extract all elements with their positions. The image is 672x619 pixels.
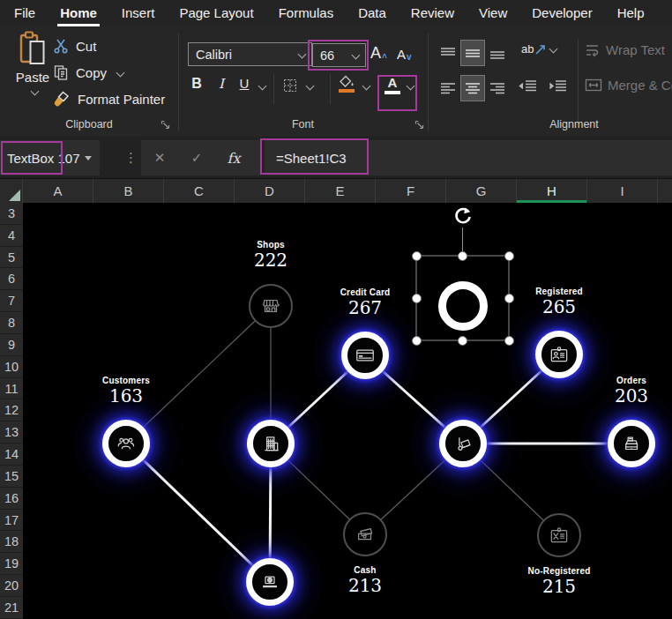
row-header-3[interactable]: 3 bbox=[0, 203, 23, 225]
decrease-indent-button[interactable] bbox=[518, 79, 537, 95]
paste-dropdown-icon[interactable] bbox=[30, 87, 39, 96]
row-header-12[interactable]: 12 bbox=[0, 399, 23, 421]
name-box[interactable]: TextBox 107 bbox=[0, 140, 100, 175]
paste-button[interactable]: Paste bbox=[7, 30, 58, 131]
column-header-H[interactable]: H bbox=[517, 179, 587, 203]
cut-button[interactable]: Cut bbox=[53, 34, 96, 57]
align-middle-button[interactable] bbox=[461, 41, 484, 65]
underline-dropdown-icon[interactable] bbox=[258, 82, 267, 91]
selection-handle-top-right[interactable] bbox=[504, 251, 514, 261]
row-header-13[interactable]: 13 bbox=[0, 421, 23, 444]
align-top-button[interactable] bbox=[437, 41, 459, 65]
column-header-I[interactable]: I bbox=[587, 179, 658, 203]
column-header-A[interactable]: A bbox=[23, 179, 93, 203]
clipboard-dialog-launcher[interactable] bbox=[161, 120, 171, 131]
fill-color-dropdown-icon[interactable] bbox=[362, 82, 371, 91]
formula-input[interactable]: =Sheet1!C3 bbox=[265, 140, 672, 175]
merge-center-button[interactable]: Merge & Center bbox=[585, 78, 672, 93]
insert-function-button[interactable]: fx bbox=[215, 150, 252, 167]
align-center-button[interactable] bbox=[461, 76, 484, 101]
row-header-5[interactable]: 5 bbox=[0, 247, 23, 269]
orientation-button[interactable]: ab bbox=[521, 42, 556, 56]
tab-help[interactable]: Help bbox=[605, 0, 657, 26]
row-header-7[interactable]: 7 bbox=[0, 290, 23, 312]
underline-button[interactable]: U bbox=[233, 76, 256, 91]
row-header-18[interactable]: 18 bbox=[0, 531, 23, 553]
selection-handle-top-left[interactable] bbox=[412, 251, 422, 261]
align-left-button[interactable] bbox=[437, 76, 459, 101]
borders-button[interactable] bbox=[282, 78, 298, 93]
column-header-G[interactable]: G bbox=[446, 179, 517, 203]
row-header-8[interactable]: 8 bbox=[0, 312, 23, 334]
borders-dropdown-icon[interactable] bbox=[306, 82, 315, 91]
formula-bar-drag-handle[interactable]: ⋮ bbox=[124, 140, 138, 175]
tab-formulas[interactable]: Formulas bbox=[266, 0, 347, 26]
tab-view[interactable]: View bbox=[467, 0, 519, 26]
selection-handle-middle-right[interactable] bbox=[504, 294, 514, 303]
cancel-button[interactable]: ✕ bbox=[141, 150, 178, 166]
column-header-B[interactable]: B bbox=[93, 179, 164, 203]
ribbon: Paste Cut Copy bbox=[0, 26, 672, 137]
selection-handle-top-center[interactable] bbox=[458, 251, 467, 261]
name-box-dropdown-icon[interactable] bbox=[85, 156, 92, 160]
selection-handle-bottom-right[interactable] bbox=[504, 336, 514, 346]
column-header-E[interactable]: E bbox=[305, 179, 376, 203]
paste-icon bbox=[19, 30, 47, 67]
font-color-dropdown-icon[interactable] bbox=[407, 82, 415, 91]
italic-button[interactable]: I bbox=[210, 76, 233, 92]
row-header-15[interactable]: 15 bbox=[0, 466, 23, 488]
tab-home[interactable]: Home bbox=[48, 0, 109, 26]
copy-dropdown-icon[interactable] bbox=[116, 68, 125, 77]
copy-button[interactable]: Copy bbox=[53, 61, 123, 84]
row-header-14[interactable]: 14 bbox=[0, 444, 23, 466]
row-header-16[interactable]: 16 bbox=[0, 488, 23, 510]
borders-icon bbox=[282, 78, 298, 93]
wrap-text-button[interactable]: Wrap Text bbox=[585, 42, 665, 57]
font-dialog-launcher[interactable] bbox=[414, 120, 425, 131]
font-color-button[interactable]: A bbox=[381, 75, 404, 94]
align-bottom-button[interactable] bbox=[486, 41, 509, 65]
format-painter-button[interactable]: Format Painter bbox=[53, 87, 165, 110]
row-header-17[interactable]: 17 bbox=[0, 510, 23, 532]
tab-review[interactable]: Review bbox=[399, 0, 467, 26]
row-header-9[interactable]: 9 bbox=[0, 334, 23, 356]
row-header-21[interactable]: 21 bbox=[0, 597, 23, 619]
selection-handle-middle-left[interactable] bbox=[412, 294, 422, 303]
selection-handle-bottom-center[interactable] bbox=[458, 336, 467, 346]
column-header-F[interactable]: F bbox=[376, 179, 446, 203]
row-header-20[interactable]: 20 bbox=[0, 575, 23, 597]
column-header-row: ABCDEFGHI bbox=[0, 179, 672, 203]
column-header-D[interactable]: D bbox=[235, 179, 305, 203]
font-name-combo[interactable]: Calibri bbox=[188, 42, 312, 66]
fill-color-button[interactable] bbox=[335, 75, 358, 93]
row-header-11[interactable]: 11 bbox=[0, 378, 23, 400]
increase-font-size-button[interactable]: A^ bbox=[370, 44, 387, 63]
tab-file[interactable]: File bbox=[2, 0, 48, 26]
wrap-text-label: Wrap Text bbox=[606, 42, 665, 57]
rotation-handle[interactable] bbox=[452, 206, 474, 231]
enter-button[interactable]: ✓ bbox=[178, 150, 215, 166]
tab-data[interactable]: Data bbox=[346, 0, 399, 26]
bold-button[interactable]: B bbox=[185, 76, 208, 92]
fill-color-icon bbox=[338, 75, 355, 88]
font-color-bar bbox=[385, 91, 400, 94]
row-header-4[interactable]: 4 bbox=[0, 225, 23, 247]
select-all-corner[interactable] bbox=[0, 179, 23, 203]
selection-handle-bottom-left[interactable] bbox=[412, 336, 422, 346]
font-size-combo[interactable]: 66 bbox=[312, 43, 366, 67]
alignment-caption: Alignment bbox=[428, 118, 672, 131]
row-header-19[interactable]: 19 bbox=[0, 553, 23, 575]
tab-insert[interactable]: Insert bbox=[109, 0, 168, 26]
chart-canvas[interactable]: Shops222Credit Card267Registered265Custo… bbox=[23, 203, 672, 619]
tab-page-layout[interactable]: Page Layout bbox=[167, 0, 265, 26]
increase-indent-button[interactable] bbox=[548, 79, 567, 95]
font-size-value: 66 bbox=[320, 48, 334, 63]
tab-developer[interactable]: Developer bbox=[519, 0, 604, 26]
copy-label: Copy bbox=[76, 65, 107, 80]
row-header-6[interactable]: 6 bbox=[0, 268, 23, 290]
align-right-button[interactable] bbox=[486, 76, 509, 101]
column-header-C[interactable]: C bbox=[164, 179, 235, 203]
format-painter-icon bbox=[53, 90, 71, 108]
decrease-font-size-button[interactable]: Av bbox=[397, 47, 412, 62]
row-header-10[interactable]: 10 bbox=[0, 356, 23, 378]
